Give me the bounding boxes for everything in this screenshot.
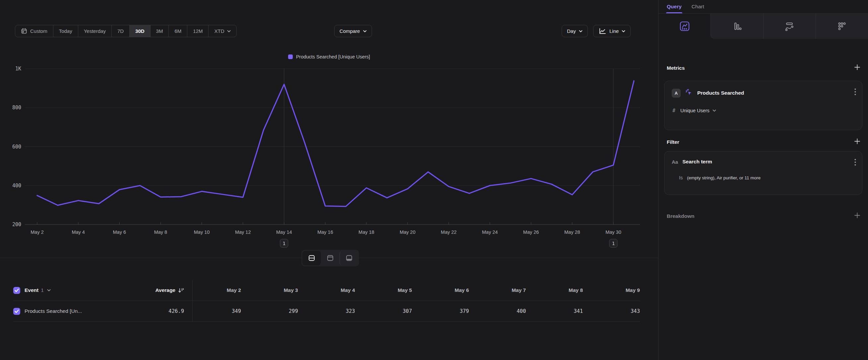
compare-label: Compare xyxy=(340,28,360,34)
range-tab-label: 30D xyxy=(135,28,145,34)
bar-chart-icon xyxy=(732,21,742,32)
filter-heading: Filter xyxy=(667,139,679,145)
x-axis-label: May 30 xyxy=(606,229,621,235)
range-tab-xtd[interactable]: XTD xyxy=(209,25,237,37)
line-chart-icon xyxy=(598,28,607,34)
date-range-selector: CustomTodayYesterday7D30D3M6M12MXTD xyxy=(15,25,237,37)
row-value-cell: 379 xyxy=(412,301,469,322)
plus-icon xyxy=(854,212,861,219)
x-axis-label: May 2 xyxy=(31,229,44,235)
average-label: Average xyxy=(155,287,176,293)
chevron-down-icon[interactable] xyxy=(713,109,716,112)
chart-type-button[interactable]: Line xyxy=(593,25,630,37)
range-tab-custom[interactable]: Custom xyxy=(15,25,53,37)
x-axis-label: May 18 xyxy=(359,229,374,235)
add-breakdown-button[interactable] xyxy=(854,212,861,220)
y-axis-label: 600 xyxy=(12,144,21,150)
main-panel: CustomTodayYesterday7D30D3M6M12MXTD Comp… xyxy=(0,0,658,360)
breakdown-heading: Breakdown xyxy=(667,213,694,219)
range-tab-label: 12M xyxy=(193,28,203,34)
split-view-icon xyxy=(308,254,315,262)
filter-operator[interactable]: Is xyxy=(679,175,683,180)
row-checkbox[interactable] xyxy=(13,308,20,315)
chart-type-label: Line xyxy=(610,28,619,34)
chart-type-funnel-tab[interactable] xyxy=(816,13,868,39)
sidebar-tabs: Query Chart xyxy=(658,0,868,13)
layout-table-only-button[interactable] xyxy=(340,251,358,265)
annotation-badge-label: 1 xyxy=(612,241,615,246)
date-column-header: May 3 xyxy=(241,280,298,301)
range-tab-label: XTD xyxy=(214,28,224,34)
range-tab-label: Yesterday xyxy=(84,28,106,34)
average-header-cell[interactable]: Average xyxy=(134,280,184,301)
event-label: Event xyxy=(25,287,38,293)
metric-name: Products Searched xyxy=(697,90,744,96)
range-tab-today[interactable]: Today xyxy=(53,25,78,37)
x-axis-label: May 16 xyxy=(317,229,333,235)
filter-property-name: Search term xyxy=(682,159,712,165)
range-tab-30d[interactable]: 30D xyxy=(130,25,151,37)
chevron-down-icon xyxy=(363,30,367,32)
tab-query[interactable]: Query xyxy=(667,0,682,13)
row-value-cell: 323 xyxy=(298,301,355,322)
y-axis-label: 200 xyxy=(12,222,21,227)
query-sidebar: Query Chart xyxy=(658,0,868,360)
y-axis-label: 400 xyxy=(12,183,21,189)
funnel-dots-icon xyxy=(837,21,847,32)
metrics-heading: Metrics xyxy=(667,65,685,71)
chevron-down-icon[interactable] xyxy=(47,289,51,292)
results-table: Event 1 Average May 2May 3May 4May 5May … xyxy=(13,280,640,322)
date-column-header: May 8 xyxy=(526,280,583,301)
metric-menu-button[interactable] xyxy=(855,88,856,96)
chart-type-bar-tab[interactable] xyxy=(711,13,763,39)
layout-toggle-group xyxy=(301,250,359,266)
filter-value[interactable]: (empty string), Air purifier, or 11 more xyxy=(687,175,761,180)
range-tab-6m[interactable]: 6M xyxy=(169,25,187,37)
annotation-badge-label: 1 xyxy=(283,241,285,246)
data-series-line xyxy=(37,81,634,206)
range-tab-3m[interactable]: 3M xyxy=(151,25,169,37)
range-tab-label: 7D xyxy=(117,28,124,34)
x-axis-label: May 24 xyxy=(482,229,498,235)
granularity-button[interactable]: Day xyxy=(562,25,588,37)
row-series-name: Products Searched [Un... xyxy=(25,308,82,314)
layout-split-button[interactable] xyxy=(302,251,321,265)
y-axis-label: 1K xyxy=(15,66,21,72)
tab-chart[interactable]: Chart xyxy=(692,0,704,13)
granularity-label: Day xyxy=(567,28,576,34)
metric-card[interactable]: A Products Searched # Unique Users xyxy=(664,81,862,130)
x-axis-label: May 6 xyxy=(113,229,126,235)
range-tab-12m[interactable]: 12M xyxy=(187,25,209,37)
table-row-name-cell: Products Searched [Un... xyxy=(13,301,134,322)
range-tab-7d[interactable]: 7D xyxy=(112,25,130,37)
add-filter-button[interactable] xyxy=(854,138,861,146)
measure-type-icon: # xyxy=(672,108,675,114)
layout-chart-only-button[interactable] xyxy=(321,251,340,265)
chevron-down-icon xyxy=(579,30,583,32)
y-axis-label: 800 xyxy=(12,105,21,111)
line-chart: 2004006008001KMay 2May 4May 6May 8May 10… xyxy=(0,53,658,262)
range-tab-label: 6M xyxy=(175,28,181,34)
x-axis-label: May 26 xyxy=(523,229,539,235)
x-axis-label: May 28 xyxy=(564,229,580,235)
chart-type-strip xyxy=(658,13,868,39)
filter-card[interactable]: Aa Search term Is (empty string), Air pu… xyxy=(664,151,862,195)
x-axis-label: May 20 xyxy=(400,229,415,235)
row-value-cell: 341 xyxy=(526,301,583,322)
event-header-cell: Event 1 xyxy=(13,280,134,301)
table-column-divider xyxy=(192,280,193,322)
measure-selector[interactable]: Unique Users xyxy=(680,108,710,113)
date-column-header: May 4 xyxy=(298,280,355,301)
filter-menu-button[interactable] xyxy=(855,159,856,167)
x-axis-label: May 12 xyxy=(235,229,251,235)
chart-type-line-tab[interactable] xyxy=(658,13,711,39)
add-metric-button[interactable] xyxy=(854,64,861,72)
plus-icon xyxy=(854,64,861,71)
date-column-header: May 6 xyxy=(412,280,469,301)
range-tab-yesterday[interactable]: Yesterday xyxy=(78,25,112,37)
metric-letter-badge: A xyxy=(672,89,681,98)
select-all-checkbox[interactable] xyxy=(13,287,20,294)
compare-button[interactable]: Compare xyxy=(334,25,372,37)
date-column-header: May 5 xyxy=(355,280,412,301)
chart-type-flow-tab[interactable] xyxy=(764,13,816,39)
